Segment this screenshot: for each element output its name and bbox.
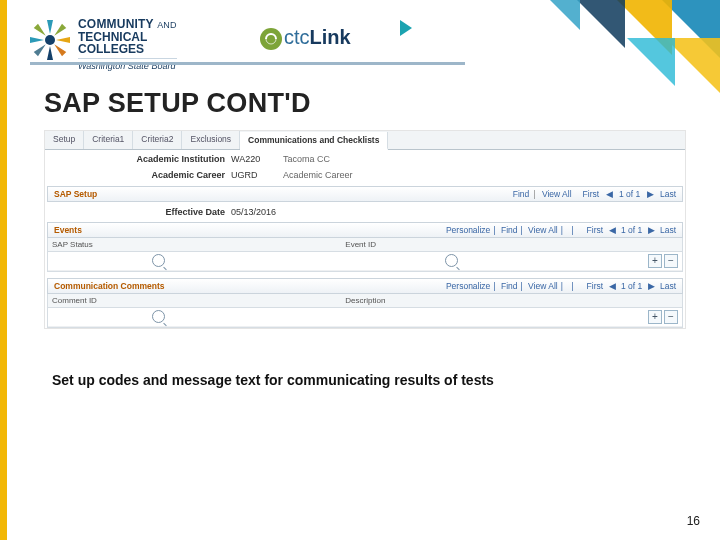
chevron-right-icon[interactable]: ▶: [648, 281, 655, 291]
nav-pager: 1 of 1: [621, 225, 642, 235]
tab-criteria1[interactable]: Criteria1: [84, 131, 133, 149]
link-view-all[interactable]: View All: [528, 281, 558, 291]
table-row: +−: [48, 308, 682, 327]
column-event-id: Event ID: [341, 238, 585, 251]
section-title: Communication Comments: [54, 281, 165, 291]
nav-first[interactable]: First: [583, 189, 600, 199]
brand-word: COMMUNITY: [78, 17, 154, 31]
section-sap-setup: SAP Setup Find| View All First ◀ 1 of 1 …: [47, 186, 683, 202]
link-view-all[interactable]: View All: [542, 189, 572, 199]
chevron-right-icon[interactable]: ▶: [647, 189, 654, 199]
link-find[interactable]: Find: [501, 281, 518, 291]
nav-first[interactable]: First: [587, 225, 604, 235]
ctclink-ctc: ctc: [284, 26, 310, 48]
svg-point-0: [45, 35, 55, 45]
ctclink-circle-icon: [260, 28, 282, 50]
value-institution-desc: Tacoma CC: [283, 154, 330, 164]
label-academic-career: Academic Career: [115, 170, 231, 180]
chevron-left-icon[interactable]: ◀: [609, 225, 616, 235]
link-find[interactable]: Find: [513, 189, 530, 199]
ctclink-logo: ctcLink: [260, 26, 351, 50]
nav-last[interactable]: Last: [660, 189, 676, 199]
section-communication-comments: Communication Comments Personalize| Find…: [47, 278, 683, 294]
tab-communications-checklists[interactable]: Communications and Checklists: [240, 132, 388, 150]
tab-setup[interactable]: Setup: [45, 131, 84, 149]
header-rule: [30, 62, 465, 65]
column-comment-id: Comment ID: [48, 294, 341, 307]
nav-first[interactable]: First: [587, 281, 604, 291]
page-number: 16: [687, 514, 700, 528]
label-academic-institution: Academic Institution: [115, 154, 231, 164]
link-personalize[interactable]: Personalize: [446, 281, 490, 291]
nav-pager: 1 of 1: [619, 189, 640, 199]
chevron-right-icon[interactable]: ▶: [648, 225, 655, 235]
column-description: Description: [341, 294, 585, 307]
nav-last[interactable]: Last: [660, 225, 676, 235]
column-sap-status: SAP Status: [48, 238, 341, 251]
table-row: +−: [48, 252, 682, 271]
delete-row-button[interactable]: −: [664, 310, 678, 324]
value-career-code: UGRD: [231, 170, 283, 180]
link-personalize[interactable]: Personalize: [446, 225, 490, 235]
section-title: SAP Setup: [54, 189, 97, 199]
tab-strip: Setup Criteria1 Criteria2 Exclusions Com…: [45, 131, 685, 150]
value-effective-date: 05/13/2016: [231, 207, 276, 217]
nav-last[interactable]: Last: [660, 281, 676, 291]
lookup-icon[interactable]: [152, 310, 165, 323]
nav-pager: 1 of 1: [621, 281, 642, 291]
add-row-button[interactable]: +: [648, 310, 662, 324]
delete-row-button[interactable]: −: [664, 254, 678, 268]
value-career-desc: Academic Career: [283, 170, 353, 180]
link-view-all[interactable]: View All: [528, 225, 558, 235]
left-accent-bar: [0, 0, 7, 540]
brand-and: AND: [157, 20, 177, 30]
slide-caption: Set up codes and message text for commun…: [52, 372, 494, 388]
ctclink-link: Link: [310, 26, 351, 48]
add-row-button[interactable]: +: [648, 254, 662, 268]
lookup-icon[interactable]: [445, 254, 458, 267]
sbctc-logo-icon: [28, 18, 72, 62]
play-arrow-icon: [400, 20, 412, 36]
lookup-icon[interactable]: [152, 254, 165, 267]
chevron-left-icon[interactable]: ◀: [609, 281, 616, 291]
tab-criteria2[interactable]: Criteria2: [133, 131, 182, 149]
label-effective-date: Effective Date: [115, 207, 231, 217]
tab-exclusions[interactable]: Exclusions: [182, 131, 240, 149]
page-title: SAP SETUP CONT'D: [44, 88, 311, 119]
sap-panel: Setup Criteria1 Criteria2 Exclusions Com…: [44, 130, 686, 329]
value-institution-code: WA220: [231, 154, 283, 164]
section-events: Events Personalize| Find| View All| | Fi…: [47, 222, 683, 238]
chevron-left-icon[interactable]: ◀: [606, 189, 613, 199]
section-title: Events: [54, 225, 82, 235]
link-find[interactable]: Find: [501, 225, 518, 235]
brand-word: COLLEGES: [78, 43, 177, 55]
